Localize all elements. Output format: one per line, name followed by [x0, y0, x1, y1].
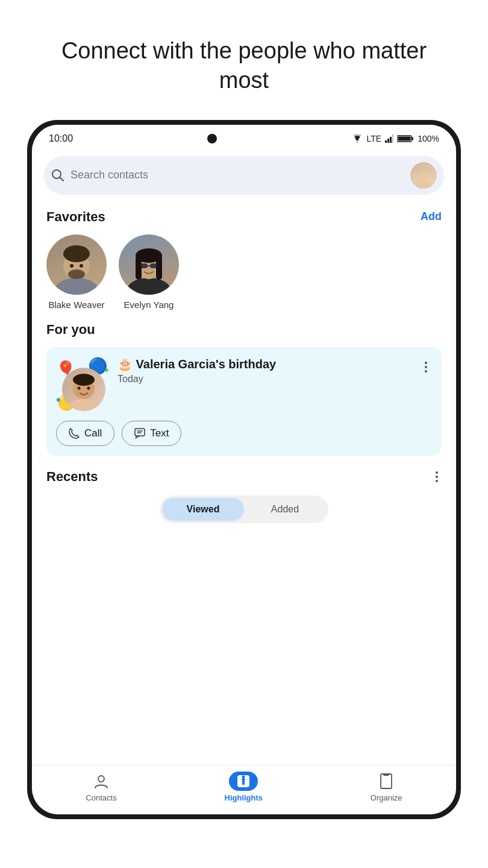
wifi-icon — [351, 134, 363, 143]
evelyn-name: Evelyn Yang — [124, 300, 174, 310]
phone-screen: 10:00 LTE — [32, 125, 456, 814]
svg-rect-5 — [412, 137, 414, 140]
sparkle-yellow: ✦ — [62, 362, 68, 370]
svg-point-33 — [98, 776, 104, 782]
search-placeholder: Search contacts — [70, 169, 404, 181]
favorites-section: Favorites Add — [32, 204, 456, 322]
search-bar[interactable]: Search contacts — [44, 156, 444, 195]
call-button[interactable]: Call — [56, 421, 114, 446]
battery-icon — [397, 134, 414, 143]
status-bar: 10:00 LTE — [32, 125, 456, 149]
recents-dot-3 — [436, 480, 438, 482]
favorites-add-button[interactable]: Add — [421, 210, 442, 223]
svg-point-16 — [80, 264, 83, 268]
svg-rect-2 — [390, 137, 392, 143]
viewed-tab[interactable]: Viewed — [162, 498, 244, 521]
for-you-card-top: 🎈 🔵 🟡 ✦ ✦ ◆ — [56, 357, 432, 411]
favorite-item-blake[interactable]: Blake Weaver — [46, 234, 107, 310]
camera-cutout — [207, 134, 217, 143]
recents-dot-2 — [436, 476, 438, 478]
recents-section: Recents Viewed Added — [32, 468, 456, 523]
added-tab[interactable]: Added — [244, 498, 326, 521]
nav-highlights[interactable]: Highlights — [225, 772, 263, 802]
for-you-actions: Call Text — [56, 421, 432, 446]
svg-rect-23 — [150, 263, 158, 268]
svg-rect-0 — [385, 140, 387, 143]
svg-point-14 — [68, 269, 85, 279]
valeria-avatar — [62, 368, 105, 411]
contacts-label: Contacts — [86, 793, 116, 802]
for-you-info: 🎂 Valeria Garcia's birthday Today — [117, 357, 432, 385]
user-avatar[interactable] — [410, 162, 437, 189]
organize-icon — [372, 772, 401, 791]
recents-title: Recents — [46, 469, 98, 485]
phone-icon — [69, 428, 80, 439]
favorites-header: Favorites Add — [46, 209, 442, 225]
svg-rect-6 — [398, 136, 411, 140]
organize-label: Organize — [371, 793, 402, 802]
svg-rect-22 — [140, 263, 148, 268]
svg-rect-3 — [392, 134, 393, 143]
birthday-date: Today — [117, 374, 432, 385]
svg-rect-36 — [381, 774, 392, 788]
blake-name: Blake Weaver — [48, 300, 104, 310]
battery-label: 100% — [418, 134, 439, 143]
for-you-card: 🎈 🔵 🟡 ✦ ✦ ◆ — [46, 347, 442, 456]
bottom-nav: Contacts Highlights — [32, 765, 456, 814]
nav-organize[interactable]: Organize — [371, 772, 402, 802]
svg-point-11 — [55, 278, 98, 295]
message-icon — [134, 428, 145, 439]
for-you-section: For you 🎈 🔵 🟡 ✦ ✦ ◆ — [32, 322, 456, 468]
contacts-icon — [87, 772, 116, 791]
signal-icon — [385, 134, 393, 143]
highlights-label: Highlights — [225, 793, 263, 802]
status-icons: LTE 100% — [351, 134, 439, 143]
sparkle-blue: ◆ — [56, 396, 61, 403]
highlights-icon — [229, 772, 258, 791]
favorites-title: Favorites — [46, 209, 105, 225]
more-dot-1 — [425, 362, 427, 364]
svg-rect-30 — [135, 429, 145, 436]
search-icon — [51, 169, 64, 182]
svg-point-27 — [73, 374, 95, 386]
recents-header: Recents — [46, 468, 442, 486]
nav-contacts[interactable]: Contacts — [86, 772, 116, 802]
for-you-header: For you — [46, 322, 442, 338]
svg-point-15 — [70, 264, 74, 268]
recents-dot-1 — [436, 471, 438, 474]
svg-line-8 — [60, 177, 64, 181]
evelyn-avatar — [119, 234, 179, 295]
text-button[interactable]: Text — [122, 421, 181, 446]
more-dot-2 — [425, 366, 427, 368]
svg-rect-37 — [383, 773, 389, 776]
more-dot-3 — [425, 370, 427, 373]
svg-point-13 — [63, 245, 90, 262]
phone-frame: 10:00 LTE — [27, 120, 461, 819]
svg-point-29 — [87, 386, 90, 389]
sparkle-green: ✦ — [103, 365, 110, 375]
favorites-list: Blake Weaver — [46, 234, 442, 310]
for-you-title: For you — [46, 322, 95, 338]
page-title: Connect with the people who matter most — [0, 0, 488, 120]
birthday-illustration: 🎈 🔵 🟡 ✦ ✦ ◆ — [56, 357, 110, 411]
call-button-label: Call — [84, 427, 102, 439]
favorite-item-evelyn[interactable]: Evelyn Yang — [119, 234, 179, 310]
svg-point-35 — [242, 775, 245, 778]
text-button-label: Text — [150, 427, 169, 439]
svg-point-17 — [127, 278, 170, 295]
svg-point-9 — [419, 171, 428, 180]
blake-avatar — [46, 234, 107, 295]
status-time: 10:00 — [49, 133, 73, 144]
recents-more-button[interactable] — [432, 468, 442, 486]
svg-rect-1 — [387, 139, 389, 143]
network-label: LTE — [367, 134, 382, 143]
svg-point-28 — [78, 386, 81, 389]
recents-toggle: Viewed Added — [160, 495, 328, 523]
birthday-person-name: 🎂 Valeria Garcia's birthday — [117, 357, 432, 371]
more-button[interactable] — [420, 357, 432, 377]
svg-point-10 — [416, 180, 431, 189]
